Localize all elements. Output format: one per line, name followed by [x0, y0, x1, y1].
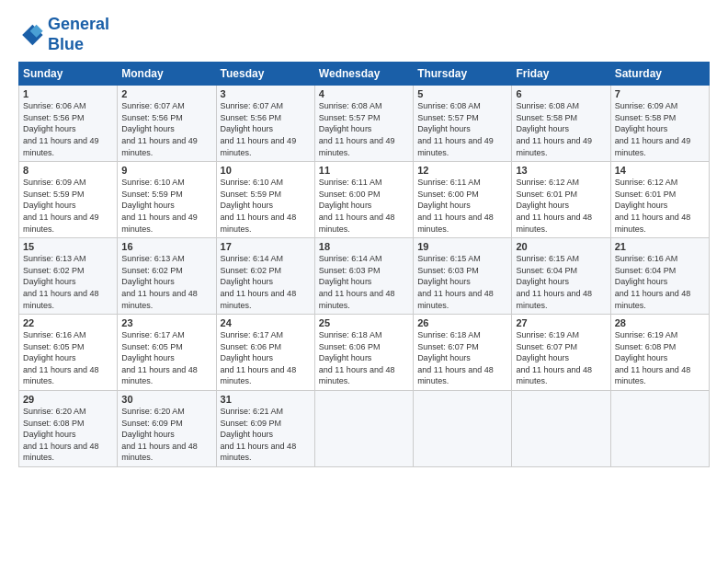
calendar-cell	[610, 391, 709, 467]
day-number: 19	[417, 241, 507, 252]
cell-info: Sunrise: 6:17 AMSunset: 6:06 PMDaylight …	[221, 329, 311, 387]
day-number: 29	[23, 394, 113, 405]
calendar-cell: 5Sunrise: 6:08 AMSunset: 5:57 PMDaylight…	[414, 86, 512, 162]
day-number: 26	[417, 317, 507, 328]
calendar-cell: 17Sunrise: 6:14 AMSunset: 6:02 PMDayligh…	[216, 238, 314, 315]
day-number: 21	[615, 241, 705, 252]
cell-info: Sunrise: 6:12 AMSunset: 6:01 PMDaylight …	[516, 177, 606, 235]
day-number: 5	[417, 88, 507, 99]
calendar-cell: 14Sunrise: 6:12 AMSunset: 6:01 PMDayligh…	[610, 162, 709, 238]
logo: General Blue	[18, 15, 109, 54]
calendar-cell: 31Sunrise: 6:21 AMSunset: 6:09 PMDayligh…	[216, 391, 314, 467]
calendar-cell: 26Sunrise: 6:18 AMSunset: 6:07 PMDayligh…	[414, 315, 512, 391]
cell-info: Sunrise: 6:14 AMSunset: 6:02 PMDaylight …	[221, 253, 311, 311]
cell-info: Sunrise: 6:20 AMSunset: 6:09 PMDaylight …	[121, 406, 211, 464]
day-number: 17	[221, 241, 311, 252]
calendar-cell: 13Sunrise: 6:12 AMSunset: 6:01 PMDayligh…	[512, 162, 610, 238]
cell-info: Sunrise: 6:21 AMSunset: 6:09 PMDaylight …	[221, 406, 311, 464]
cell-info: Sunrise: 6:17 AMSunset: 6:05 PMDaylight …	[121, 329, 211, 387]
cell-info: Sunrise: 6:15 AMSunset: 6:03 PMDaylight …	[417, 253, 507, 311]
day-number: 12	[417, 165, 507, 176]
day-number: 15	[23, 241, 113, 252]
calendar-header-row: SundayMondayTuesdayWednesdayThursdayFrid…	[19, 63, 710, 86]
day-number: 10	[221, 165, 311, 176]
cell-info: Sunrise: 6:09 AMSunset: 5:58 PMDaylight …	[615, 100, 705, 158]
calendar-cell: 27Sunrise: 6:19 AMSunset: 6:07 PMDayligh…	[512, 315, 610, 391]
day-number: 1	[23, 88, 113, 99]
cell-info: Sunrise: 6:16 AMSunset: 6:04 PMDaylight …	[615, 253, 705, 311]
calendar-cell: 4Sunrise: 6:08 AMSunset: 5:57 PMDaylight…	[314, 86, 413, 162]
calendar-cell: 1Sunrise: 6:06 AMSunset: 5:56 PMDaylight…	[19, 86, 118, 162]
calendar-cell: 9Sunrise: 6:10 AMSunset: 5:59 PMDaylight…	[118, 162, 216, 238]
calendar-cell: 12Sunrise: 6:11 AMSunset: 6:00 PMDayligh…	[414, 162, 512, 238]
calendar-cell: 16Sunrise: 6:13 AMSunset: 6:02 PMDayligh…	[118, 238, 216, 315]
calendar-cell: 29Sunrise: 6:20 AMSunset: 6:08 PMDayligh…	[19, 391, 118, 467]
cell-info: Sunrise: 6:19 AMSunset: 6:07 PMDaylight …	[516, 329, 606, 387]
calendar-cell: 19Sunrise: 6:15 AMSunset: 6:03 PMDayligh…	[414, 238, 512, 315]
cell-info: Sunrise: 6:08 AMSunset: 5:57 PMDaylight …	[319, 100, 409, 158]
calendar-cell: 6Sunrise: 6:08 AMSunset: 5:58 PMDaylight…	[512, 86, 610, 162]
cell-info: Sunrise: 6:10 AMSunset: 5:59 PMDaylight …	[221, 177, 311, 235]
day-number: 27	[516, 317, 606, 328]
calendar-cell: 21Sunrise: 6:16 AMSunset: 6:04 PMDayligh…	[610, 238, 709, 315]
calendar-cell	[414, 391, 512, 467]
calendar-cell	[314, 391, 413, 467]
day-number: 16	[121, 241, 211, 252]
day-number: 14	[615, 165, 705, 176]
cell-info: Sunrise: 6:13 AMSunset: 6:02 PMDaylight …	[23, 253, 113, 311]
day-number: 23	[121, 317, 211, 328]
calendar-week-row: 8Sunrise: 6:09 AMSunset: 5:59 PMDaylight…	[19, 162, 710, 238]
calendar-cell: 2Sunrise: 6:07 AMSunset: 5:56 PMDaylight…	[118, 86, 216, 162]
day-number: 4	[319, 88, 409, 99]
calendar-cell: 11Sunrise: 6:11 AMSunset: 6:00 PMDayligh…	[314, 162, 413, 238]
calendar-cell: 24Sunrise: 6:17 AMSunset: 6:06 PMDayligh…	[216, 315, 314, 391]
calendar-cell: 3Sunrise: 6:07 AMSunset: 5:56 PMDaylight…	[216, 86, 314, 162]
cell-info: Sunrise: 6:09 AMSunset: 5:59 PMDaylight …	[23, 177, 113, 235]
day-header: Friday	[512, 63, 610, 86]
cell-info: Sunrise: 6:10 AMSunset: 5:59 PMDaylight …	[121, 177, 211, 235]
day-number: 6	[516, 88, 606, 99]
header: General Blue	[18, 15, 710, 54]
cell-info: Sunrise: 6:15 AMSunset: 6:04 PMDaylight …	[516, 253, 606, 311]
calendar-cell: 15Sunrise: 6:13 AMSunset: 6:02 PMDayligh…	[19, 238, 118, 315]
day-number: 31	[221, 394, 311, 405]
logo-icon	[18, 22, 44, 48]
cell-info: Sunrise: 6:08 AMSunset: 5:58 PMDaylight …	[516, 100, 606, 158]
calendar-cell: 23Sunrise: 6:17 AMSunset: 6:05 PMDayligh…	[118, 315, 216, 391]
cell-info: Sunrise: 6:18 AMSunset: 6:06 PMDaylight …	[319, 329, 409, 387]
day-number: 13	[516, 165, 606, 176]
calendar-cell: 30Sunrise: 6:20 AMSunset: 6:09 PMDayligh…	[118, 391, 216, 467]
day-number: 28	[615, 317, 705, 328]
day-number: 8	[23, 165, 113, 176]
cell-info: Sunrise: 6:12 AMSunset: 6:01 PMDaylight …	[615, 177, 705, 235]
logo-text: General Blue	[48, 15, 109, 54]
day-number: 2	[121, 88, 211, 99]
cell-info: Sunrise: 6:19 AMSunset: 6:08 PMDaylight …	[615, 329, 705, 387]
cell-info: Sunrise: 6:07 AMSunset: 5:56 PMDaylight …	[121, 100, 211, 158]
day-header: Tuesday	[216, 63, 314, 86]
calendar-week-row: 22Sunrise: 6:16 AMSunset: 6:05 PMDayligh…	[19, 315, 710, 391]
day-number: 3	[221, 88, 311, 99]
calendar-week-row: 1Sunrise: 6:06 AMSunset: 5:56 PMDaylight…	[19, 86, 710, 162]
day-number: 30	[121, 394, 211, 405]
calendar-cell: 22Sunrise: 6:16 AMSunset: 6:05 PMDayligh…	[19, 315, 118, 391]
cell-info: Sunrise: 6:06 AMSunset: 5:56 PMDaylight …	[23, 100, 113, 158]
day-number: 11	[319, 165, 409, 176]
day-number: 18	[319, 241, 409, 252]
day-header: Sunday	[19, 63, 118, 86]
cell-info: Sunrise: 6:11 AMSunset: 6:00 PMDaylight …	[417, 177, 507, 235]
day-number: 9	[121, 165, 211, 176]
day-header: Monday	[118, 63, 216, 86]
day-header: Wednesday	[314, 63, 413, 86]
cell-info: Sunrise: 6:08 AMSunset: 5:57 PMDaylight …	[417, 100, 507, 158]
cell-info: Sunrise: 6:11 AMSunset: 6:00 PMDaylight …	[319, 177, 409, 235]
calendar-cell: 7Sunrise: 6:09 AMSunset: 5:58 PMDaylight…	[610, 86, 709, 162]
calendar-cell: 10Sunrise: 6:10 AMSunset: 5:59 PMDayligh…	[216, 162, 314, 238]
calendar-cell: 18Sunrise: 6:14 AMSunset: 6:03 PMDayligh…	[314, 238, 413, 315]
cell-info: Sunrise: 6:14 AMSunset: 6:03 PMDaylight …	[319, 253, 409, 311]
calendar-cell: 8Sunrise: 6:09 AMSunset: 5:59 PMDaylight…	[19, 162, 118, 238]
cell-info: Sunrise: 6:16 AMSunset: 6:05 PMDaylight …	[23, 329, 113, 387]
calendar-cell: 28Sunrise: 6:19 AMSunset: 6:08 PMDayligh…	[610, 315, 709, 391]
calendar-week-row: 15Sunrise: 6:13 AMSunset: 6:02 PMDayligh…	[19, 238, 710, 315]
calendar-cell: 25Sunrise: 6:18 AMSunset: 6:06 PMDayligh…	[314, 315, 413, 391]
